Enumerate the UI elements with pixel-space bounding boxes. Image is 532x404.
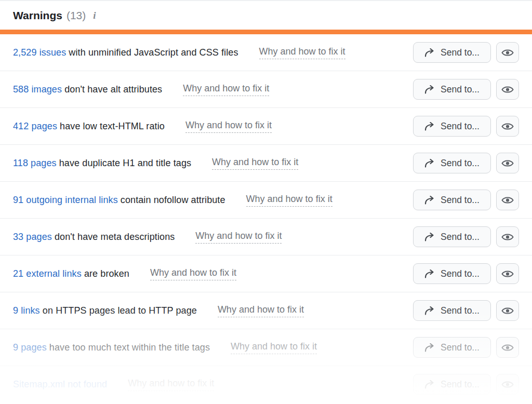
issue-description: have low text-HTML ratio [57, 121, 165, 131]
send-to-button[interactable]: Send to... [413, 374, 491, 395]
warning-row: 33 pages don't have meta descriptions Wh… [0, 219, 532, 255]
row-actions: Send to... [413, 190, 519, 210]
why-how-to-fix-link[interactable]: Why and how to fix it [185, 120, 272, 133]
send-to-label: Send to... [441, 195, 480, 206]
visibility-toggle-button[interactable] [496, 300, 519, 321]
row-actions: Send to... [413, 263, 519, 284]
send-to-button[interactable]: Send to... [413, 300, 491, 321]
warning-row: 412 pages have low text-HTML ratio Why a… [0, 108, 532, 145]
why-how-to-fix-link[interactable]: Why and how to fix it [150, 267, 236, 280]
issue-count-link[interactable]: Sitemap.xml not found [13, 379, 107, 389]
why-how-to-fix-link[interactable]: Why and how to fix it [212, 157, 298, 170]
curved-arrow-right-icon [424, 343, 435, 352]
curved-arrow-right-icon [424, 159, 435, 168]
warning-row: 9 pages have too much text within the ti… [0, 329, 532, 366]
visibility-toggle-button[interactable] [496, 337, 519, 358]
why-how-to-fix-link[interactable]: Why and how to fix it [183, 83, 269, 96]
why-how-to-fix-link[interactable]: Why and how to fix it [231, 341, 317, 354]
send-to-label: Send to... [441, 305, 480, 316]
issue-description: have too much text within the title tags [47, 342, 210, 353]
send-to-button[interactable]: Send to... [413, 116, 491, 137]
issue-summary: 33 pages don't have meta descriptions [13, 232, 175, 243]
visibility-toggle-button[interactable] [496, 190, 519, 210]
accent-bar [0, 30, 532, 34]
issue-count-link[interactable]: 33 pages [13, 232, 52, 242]
send-to-label: Send to... [441, 342, 480, 353]
send-to-button[interactable]: Send to... [413, 42, 491, 63]
row-actions: Send to... [413, 42, 519, 63]
panel-title: Warnings [13, 9, 62, 22]
eye-icon [501, 85, 514, 94]
warning-row: Sitemap.xml not found Why and how to fix… [0, 366, 532, 403]
send-to-button[interactable]: Send to... [413, 190, 491, 210]
send-to-button[interactable]: Send to... [413, 263, 491, 284]
send-to-label: Send to... [441, 232, 480, 243]
issue-description: have duplicate H1 and title tags [57, 158, 191, 168]
issue-summary: 412 pages have low text-HTML ratio [13, 121, 165, 132]
issue-count-link[interactable]: 9 links [13, 305, 40, 316]
visibility-toggle-button[interactable] [496, 42, 519, 63]
issue-count-link[interactable]: 2,529 issues [13, 47, 66, 58]
why-how-to-fix-link[interactable]: Why and how to fix it [128, 378, 214, 391]
send-to-label: Send to... [441, 121, 480, 132]
issue-count-link[interactable]: 588 images [13, 84, 62, 95]
panel-header: Warnings (13) i [0, 1, 532, 30]
eye-icon [501, 380, 514, 389]
issue-summary: 118 pages have duplicate H1 and title ta… [13, 158, 191, 169]
send-to-button[interactable]: Send to... [413, 226, 491, 247]
send-to-label: Send to... [441, 47, 480, 58]
issue-count-link[interactable]: 91 outgoing internal links [13, 195, 118, 205]
send-to-button[interactable]: Send to... [413, 337, 491, 358]
row-actions: Send to... [413, 226, 519, 247]
issue-count-link[interactable]: 412 pages [13, 121, 57, 131]
eye-icon [501, 343, 514, 352]
curved-arrow-right-icon [424, 196, 435, 205]
eye-icon [501, 48, 514, 57]
warning-row: 2,529 issues with unminified JavaScript … [0, 34, 532, 71]
send-to-button[interactable]: Send to... [413, 153, 491, 173]
row-actions: Send to... [413, 153, 519, 173]
curved-arrow-right-icon [424, 270, 435, 278]
issue-count-link[interactable]: 21 external links [13, 268, 82, 279]
curved-arrow-right-icon [424, 233, 435, 241]
row-actions: Send to... [413, 374, 519, 395]
why-how-to-fix-link[interactable]: Why and how to fix it [218, 304, 304, 317]
why-how-to-fix-link[interactable]: Why and how to fix it [259, 46, 345, 59]
warnings-list: 2,529 issues with unminified JavaScript … [0, 34, 532, 403]
warning-row: 588 images don't have alt attributes Why… [0, 71, 532, 108]
issue-description: with unminified JavaScript and CSS files [66, 47, 238, 58]
visibility-toggle-button[interactable] [496, 226, 519, 247]
why-how-to-fix-link[interactable]: Why and how to fix it [195, 231, 282, 244]
issue-count-link[interactable]: 118 pages [13, 158, 57, 168]
row-actions: Send to... [413, 337, 519, 358]
curved-arrow-right-icon [424, 380, 435, 389]
visibility-toggle-button[interactable] [496, 263, 519, 284]
issue-summary: 21 external links are broken [13, 268, 129, 279]
issue-description: don't have alt attributes [62, 84, 162, 95]
eye-icon [501, 122, 514, 131]
issue-summary: 91 outgoing internal links contain nofol… [13, 195, 225, 206]
info-icon[interactable]: i [93, 10, 96, 21]
eye-icon [501, 233, 514, 241]
issue-count-link[interactable]: 9 pages [13, 342, 47, 353]
issue-description: don't have meta descriptions [52, 232, 175, 242]
curved-arrow-right-icon [424, 122, 435, 131]
warning-row: 9 links on HTTPS pages lead to HTTP page… [0, 292, 532, 329]
visibility-toggle-button[interactable] [496, 374, 519, 395]
send-to-button[interactable]: Send to... [413, 79, 491, 100]
why-how-to-fix-link[interactable]: Why and how to fix it [246, 194, 332, 207]
row-actions: Send to... [413, 116, 519, 137]
curved-arrow-right-icon [424, 306, 435, 315]
warning-row: 91 outgoing internal links contain nofol… [0, 182, 532, 219]
visibility-toggle-button[interactable] [496, 153, 519, 173]
curved-arrow-right-icon [424, 48, 435, 57]
issue-summary: Sitemap.xml not found [13, 379, 107, 390]
visibility-toggle-button[interactable] [496, 116, 519, 137]
warning-row: 118 pages have duplicate H1 and title ta… [0, 145, 532, 182]
eye-icon [501, 270, 514, 278]
eye-icon [501, 306, 514, 315]
issue-description: are broken [82, 268, 129, 279]
send-to-label: Send to... [441, 379, 480, 390]
eye-icon [501, 159, 514, 168]
visibility-toggle-button[interactable] [496, 79, 519, 100]
